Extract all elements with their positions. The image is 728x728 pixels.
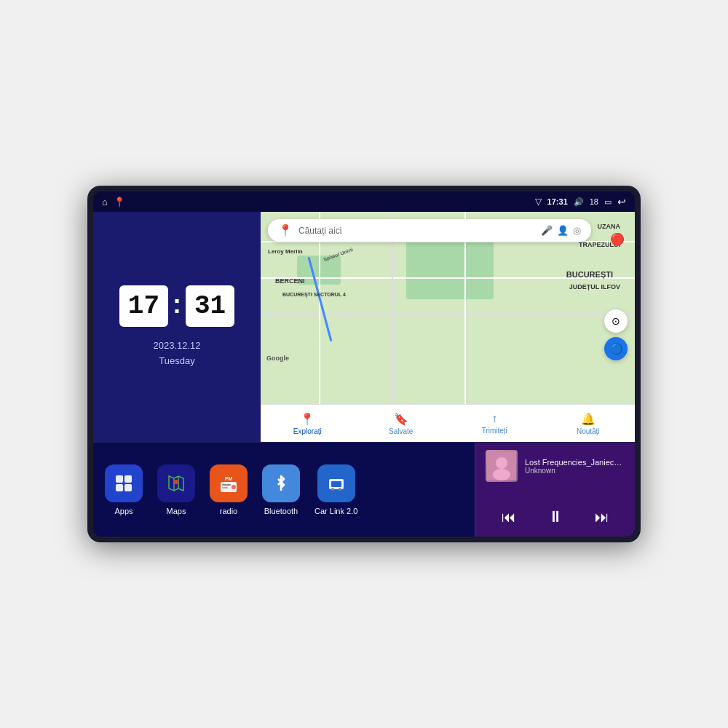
status-time: 17:31 bbox=[547, 197, 568, 206]
clock-date-value: 2023.12.12 bbox=[153, 339, 200, 354]
nav-saved[interactable]: 🔖 Salvate bbox=[355, 405, 448, 442]
map-search-actions: 🎤 👤 ◎ bbox=[541, 225, 581, 236]
svg-rect-10 bbox=[222, 484, 231, 486]
clock-day: Tuesday bbox=[153, 354, 200, 369]
svg-rect-1 bbox=[124, 475, 132, 483]
volume-icon: 🔊 bbox=[574, 197, 584, 207]
music-title: Lost Frequencies_Janieck Devy-... bbox=[525, 458, 625, 467]
music-artist: Unknown bbox=[525, 467, 625, 475]
svg-point-20 bbox=[493, 469, 510, 480]
apps-label: Apps bbox=[114, 507, 132, 515]
navigate-fab[interactable]: 🔵 bbox=[604, 337, 628, 360]
svg-rect-15 bbox=[331, 481, 341, 487]
bucharest-label: BUCUREȘTI bbox=[566, 270, 613, 279]
berceni-label: BERCENI bbox=[275, 277, 305, 285]
app-item-apps[interactable]: Apps bbox=[105, 464, 143, 515]
svg-point-17 bbox=[339, 488, 341, 491]
main-content: 17 : 31 2023.12.12 Tuesday 📍 Căutați aic… bbox=[93, 212, 635, 537]
svg-rect-3 bbox=[124, 484, 132, 491]
back-icon[interactable]: ↩ bbox=[617, 196, 626, 207]
bluetooth-label: Bluetooth bbox=[264, 507, 298, 515]
music-controls: ⏮ ⏸ ⏭ bbox=[486, 505, 625, 529]
explore-label: Explorați bbox=[293, 427, 322, 435]
account-icon[interactable]: 👤 bbox=[557, 225, 569, 236]
clock-hours: 17 bbox=[119, 285, 168, 327]
explore-icon: 📍 bbox=[300, 412, 314, 426]
location-pin-1: 🔴 bbox=[610, 232, 625, 246]
music-next-button[interactable]: ⏭ bbox=[589, 506, 615, 529]
status-left: ⌂ 📍 bbox=[102, 197, 125, 207]
svg-point-16 bbox=[331, 488, 334, 491]
ilfov-label: JUDEȚUL ILFOV bbox=[569, 283, 620, 290]
clock-colon: : bbox=[173, 289, 181, 320]
map-panel: 📍 Căutați aici 🎤 👤 ◎ bbox=[261, 212, 635, 442]
top-section: 17 : 31 2023.12.12 Tuesday 📍 Căutați aic… bbox=[93, 212, 635, 442]
clock-display: 17 : 31 bbox=[119, 285, 234, 327]
layers-icon[interactable]: ◎ bbox=[573, 225, 581, 236]
map-search-bar[interactable]: 📍 Căutați aici 🎤 👤 ◎ bbox=[268, 219, 591, 242]
bottom-section: Apps Maps bbox=[93, 442, 635, 537]
bluetooth-icon bbox=[262, 464, 300, 502]
app-item-maps[interactable]: Maps bbox=[157, 464, 195, 515]
battery-icon: ▭ bbox=[604, 197, 612, 207]
map-bottom-nav: 📍 Explorați 🔖 Salvate ↑ Trimiteți 🔔 bbox=[261, 404, 635, 442]
svg-text:FM: FM bbox=[225, 476, 232, 481]
music-player: Lost Frequencies_Janieck Devy-... Unknow… bbox=[475, 443, 635, 537]
svg-point-7 bbox=[174, 480, 178, 484]
saved-label: Salvate bbox=[389, 427, 413, 435]
svg-point-9 bbox=[232, 485, 236, 489]
music-text: Lost Frequencies_Janieck Devy-... Unknow… bbox=[525, 458, 625, 475]
status-bar: ⌂ 📍 ▽ 17:31 🔊 18 ▭ ↩ bbox=[93, 191, 635, 212]
maps-icon bbox=[157, 464, 195, 502]
nav-send[interactable]: ↑ Trimiteți bbox=[448, 405, 542, 442]
news-icon: 🔔 bbox=[581, 412, 596, 426]
apps-row: Apps Maps bbox=[93, 443, 475, 537]
app-item-carlink[interactable]: Car Link 2.0 bbox=[314, 464, 357, 515]
svg-rect-2 bbox=[116, 484, 123, 491]
news-label: Noutăți bbox=[577, 427, 600, 435]
device-outer: ⌂ 📍 ▽ 17:31 🔊 18 ▭ ↩ 17 : bbox=[87, 186, 641, 542]
send-label: Trimiteți bbox=[482, 427, 507, 435]
status-right: ▽ 17:31 🔊 18 ▭ ↩ bbox=[535, 196, 626, 207]
apps-icon bbox=[105, 464, 143, 502]
location-fab[interactable]: ⊙ bbox=[604, 309, 628, 333]
svg-rect-0 bbox=[116, 475, 123, 483]
radio-label: radio bbox=[220, 507, 237, 515]
app-item-bluetooth[interactable]: Bluetooth bbox=[262, 464, 300, 515]
map-fab-buttons: ⊙ 🔵 bbox=[604, 309, 628, 360]
nav-news[interactable]: 🔔 Noutăți bbox=[542, 405, 636, 442]
road-h3 bbox=[261, 314, 635, 315]
map-search-placeholder[interactable]: Căutați aici bbox=[298, 226, 535, 236]
music-info: Lost Frequencies_Janieck Devy-... Unknow… bbox=[486, 450, 625, 482]
sector4-label: BUCUREȘTI SECTORUL 4 bbox=[282, 292, 346, 297]
device-screen: ⌂ 📍 ▽ 17:31 🔊 18 ▭ ↩ 17 : bbox=[93, 191, 635, 537]
svg-rect-11 bbox=[222, 487, 228, 488]
clock-minutes: 31 bbox=[186, 285, 234, 327]
clock-date: 2023.12.12 Tuesday bbox=[153, 339, 200, 369]
music-play-button[interactable]: ⏸ bbox=[542, 505, 569, 529]
app-item-radio[interactable]: FM radio bbox=[210, 464, 248, 515]
maps-label: Maps bbox=[167, 507, 186, 515]
music-prev-button[interactable]: ⏮ bbox=[496, 506, 522, 529]
svg-point-19 bbox=[496, 457, 507, 469]
leroy-label: Leroy Merlin bbox=[268, 248, 303, 255]
maps-status-icon[interactable]: 📍 bbox=[114, 197, 125, 207]
voice-search-icon[interactable]: 🎤 bbox=[541, 225, 553, 236]
nav-explore[interactable]: 📍 Explorați bbox=[261, 405, 355, 442]
google-logo: Google bbox=[266, 355, 289, 362]
clock-panel: 17 : 31 2023.12.12 Tuesday bbox=[93, 212, 261, 442]
radio-icon: FM bbox=[210, 464, 248, 502]
google-maps-icon: 📍 bbox=[278, 223, 293, 237]
send-icon: ↑ bbox=[491, 412, 497, 425]
home-icon[interactable]: ⌂ bbox=[102, 197, 108, 207]
uzana-label: UZANA bbox=[598, 223, 621, 230]
battery-level: 18 bbox=[590, 197, 598, 206]
signal-icon: ▽ bbox=[535, 197, 542, 207]
saved-icon: 🔖 bbox=[394, 412, 408, 426]
carlink-label: Car Link 2.0 bbox=[314, 507, 357, 515]
music-thumbnail bbox=[486, 450, 518, 482]
carlink-icon bbox=[317, 464, 355, 502]
